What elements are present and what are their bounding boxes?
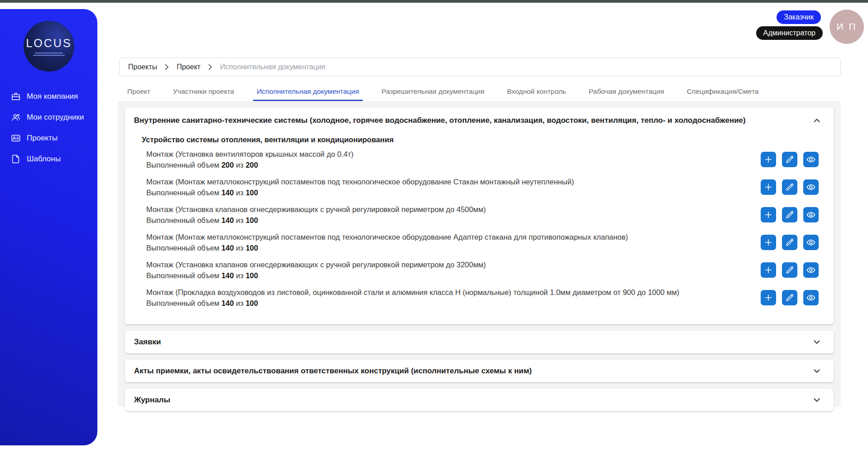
work-volume: Выполненный объем 140 из 100 <box>146 187 574 198</box>
chevron-up-icon[interactable] <box>812 116 822 126</box>
work-volume: Выполненный объем 140 из 100 <box>146 270 486 281</box>
volume-of-label: из <box>236 216 244 224</box>
add-button[interactable] <box>761 290 776 305</box>
collapsed-section-title: Журналы <box>134 396 170 405</box>
sidebar-item-label: Мои сотрудники <box>27 113 84 122</box>
work-row: Монтаж (Монтаж металлоконструкций постам… <box>146 232 819 253</box>
volume-done: 140 <box>221 244 234 252</box>
volume-total: 100 <box>245 299 258 307</box>
volume-of-label: из <box>236 188 244 197</box>
accordion-section-internal-sanitary: Внутренние санитарно-технические системы… <box>125 107 834 324</box>
work-title: Монтаж (Прокладка воздуховодов из листов… <box>146 287 679 298</box>
work-actions <box>761 235 819 250</box>
add-button[interactable] <box>761 179 776 195</box>
work-volume: Выполненный объем 140 из 100 <box>146 215 486 226</box>
view-button[interactable] <box>803 179 819 195</box>
view-button[interactable] <box>803 290 819 305</box>
document-icon <box>11 154 21 164</box>
edit-button[interactable] <box>782 290 797 305</box>
volume-total: 100 <box>245 244 258 252</box>
volume-of-label: из <box>236 161 244 169</box>
sidebar-item-0[interactable]: Моя компания <box>0 86 97 107</box>
role-badge-admin[interactable]: Администратор <box>756 26 823 40</box>
sidebar-item-1[interactable]: Мои сотрудники <box>0 107 97 128</box>
tab-bar: ПроектУчастники проектаИсполнительная до… <box>119 86 762 101</box>
volume-done: 140 <box>221 216 234 224</box>
accordion-title: Внутренние санитарно-технические системы… <box>134 116 759 126</box>
accordion-body: Устройство системы отопления, вентиляции… <box>125 128 834 324</box>
volume-total: 200 <box>245 161 258 169</box>
volume-of-label: из <box>236 299 244 307</box>
avatar[interactable]: И П <box>830 10 864 44</box>
breadcrumb-item-projects[interactable]: Проекты <box>128 63 157 71</box>
sidebar-menu: Моя компания Мои сотрудники Проекты Шабл… <box>0 86 97 169</box>
work-title: Монтаж (Монтаж металлоконструкций постам… <box>146 232 628 242</box>
volume-label: Выполненный объем <box>146 271 219 280</box>
volume-of-label: из <box>236 271 244 280</box>
breadcrumb: Проекты Проект Исполнительная документац… <box>119 58 841 76</box>
sidebar-item-label: Проекты <box>27 134 58 143</box>
sidebar-item-label: Шаблоны <box>27 154 61 164</box>
edit-button[interactable] <box>782 152 797 167</box>
volume-total: 100 <box>245 271 258 280</box>
role-badge-customer[interactable]: Заказчик <box>777 10 821 24</box>
work-title: Монтаж (Установка клапанов огнесдерживаю… <box>146 259 486 270</box>
work-volume: Выполненный объем 200 из 200 <box>146 159 354 170</box>
volume-label: Выполненный объем <box>146 188 219 197</box>
edit-button[interactable] <box>782 207 797 222</box>
view-button[interactable] <box>803 262 819 278</box>
work-actions <box>761 290 819 305</box>
collapsed-section-0[interactable]: Заявки <box>125 331 834 353</box>
chevron-right-icon <box>165 64 169 70</box>
sidebar-item-label: Моя компания <box>27 92 78 101</box>
work-actions <box>761 207 819 222</box>
badge-icon <box>11 133 21 143</box>
collapsed-section-title: Заявки <box>134 338 161 347</box>
breadcrumb-item-project[interactable]: Проект <box>177 63 201 71</box>
sidebar-item-3[interactable]: Шаблоны <box>0 149 97 169</box>
tab-4[interactable]: Входной контроль <box>504 86 570 101</box>
accordion-header[interactable]: Внутренние санитарно-технические системы… <box>125 107 834 128</box>
work-actions <box>761 179 819 195</box>
tab-3[interactable]: Разрешительная документация <box>378 86 488 101</box>
volume-total: 100 <box>245 216 258 224</box>
work-volume: Выполненный объем 140 из 100 <box>146 298 679 309</box>
volume-done: 140 <box>221 188 234 197</box>
collapsed-section-2[interactable]: Журналы <box>125 389 834 411</box>
work-actions <box>761 262 819 278</box>
tab-5[interactable]: Рабочая документация <box>585 86 668 101</box>
work-title: Монтаж (Монтаж металлоконструкций постам… <box>146 176 574 187</box>
work-volume: Выполненный объем 140 из 100 <box>146 242 628 253</box>
volume-label: Выполненный объем <box>146 161 219 169</box>
edit-button[interactable] <box>782 179 797 195</box>
add-button[interactable] <box>761 152 776 167</box>
tab-2[interactable]: Исполнительная документация <box>253 86 362 101</box>
collapsed-section-1[interactable]: Акты приемки, акты освидетельствования о… <box>125 360 834 382</box>
logo-text: LOCUS <box>26 37 72 50</box>
add-button[interactable] <box>761 207 776 222</box>
volume-total: 100 <box>245 188 258 197</box>
work-row: Монтаж (Прокладка воздуховодов из листов… <box>146 287 819 309</box>
chevron-right-icon <box>208 64 212 70</box>
locus-logo: LOCUS <box>24 21 74 72</box>
view-button[interactable] <box>803 152 819 167</box>
logo-tagline-line <box>35 53 63 53</box>
tab-6[interactable]: Спецификация/Смета <box>683 86 762 101</box>
volume-of-label: из <box>236 244 244 252</box>
edit-button[interactable] <box>782 235 797 250</box>
top-strip <box>0 0 868 3</box>
sidebar: LOCUS Моя компания Мои сотрудники Проект… <box>0 9 97 445</box>
breadcrumb-item-current: Исполнительная документация <box>220 63 326 71</box>
work-row: Монтаж (Монтаж металлоконструкций постам… <box>146 176 819 198</box>
content-panel: Внутренние санитарно-технические системы… <box>118 101 841 407</box>
edit-button[interactable] <box>782 262 797 278</box>
tab-0[interactable]: Проект <box>124 86 154 101</box>
tab-1[interactable]: Участники проекта <box>169 86 238 101</box>
add-button[interactable] <box>761 262 776 278</box>
work-title: Монтаж (Установка клапанов огнесдерживаю… <box>146 204 486 215</box>
add-button[interactable] <box>761 235 776 250</box>
chevron-down-icon <box>812 366 822 376</box>
view-button[interactable] <box>803 235 819 250</box>
sidebar-item-2[interactable]: Проекты <box>0 128 97 149</box>
view-button[interactable] <box>803 207 819 222</box>
